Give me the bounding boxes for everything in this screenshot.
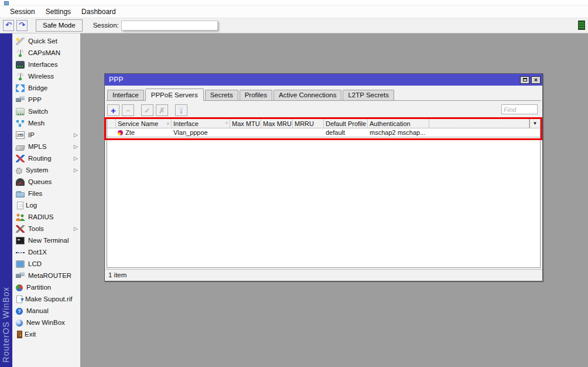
close-icon: × — [534, 77, 538, 83]
table-row[interactable]: Zte Vlan_pppoe default mschap2 mschap... — [107, 128, 540, 137]
sidebar-item-bridge[interactable]: Bridge — [13, 82, 80, 94]
ppp-toolbar: + − ✓ ✗ — [107, 103, 540, 117]
sidebar-item-manual[interactable]: ?Manual — [13, 305, 80, 317]
sidebar-item-dot1x[interactable]: Dot1X — [13, 246, 80, 258]
sidebar-item-routing[interactable]: Routing▷ — [13, 152, 80, 164]
sidebar-item-system[interactable]: System▷ — [13, 164, 80, 176]
column-header-mrru[interactable]: MRRU — [293, 119, 324, 128]
sidebar-item-wireless[interactable]: Wireless — [13, 70, 80, 82]
submenu-arrow-icon: ▷ — [74, 155, 78, 161]
sidebar-item-label: Log — [26, 202, 37, 209]
disable-button[interactable]: ✗ — [156, 104, 168, 116]
remove-button[interactable]: − — [122, 104, 134, 116]
column-label: Max MRU — [263, 120, 292, 127]
sidebar-item-label: CAPsMAN — [28, 49, 60, 56]
submenu-arrow-icon: ▷ — [74, 167, 78, 173]
cell-mrru — [293, 128, 324, 137]
sidebar-item-new-terminal[interactable]: New Terminal — [13, 235, 80, 246]
pppoe-service-icon — [118, 130, 123, 135]
undo-icon: ↶ — [5, 21, 12, 29]
sidebar-item-label: New Terminal — [28, 237, 69, 244]
maximize-button[interactable] — [520, 76, 529, 84]
lcd-monitor-icon — [16, 260, 25, 268]
metarouter-icon — [16, 272, 25, 280]
safe-mode-button[interactable]: Safe Mode — [36, 19, 83, 32]
exit-door-icon — [17, 331, 22, 338]
sidebar-item-label: Partition — [26, 284, 51, 291]
network-card-icon — [16, 61, 25, 69]
sidebar-item-files[interactable]: Files — [13, 188, 80, 199]
mesh-nodes-icon — [16, 120, 25, 127]
sidebar-item-label: LCD — [28, 260, 42, 267]
sidebar-item-label: MPLS — [28, 143, 46, 150]
close-button[interactable]: × — [531, 76, 541, 84]
sidebar-item-quick-set[interactable]: Quick Set — [13, 35, 80, 47]
sidebar-item-metarouter[interactable]: MetaROUTER — [13, 270, 80, 281]
tab-secrets[interactable]: Secrets — [205, 90, 238, 100]
sidebar-item-tools[interactable]: Tools▷ — [13, 223, 80, 235]
find-input[interactable] — [501, 104, 538, 114]
menu-settings[interactable]: Settings — [40, 6, 76, 17]
supout-file-icon — [16, 295, 22, 303]
sidebar-item-switch[interactable]: Switch — [13, 106, 80, 117]
enable-button[interactable]: ✓ — [141, 104, 153, 116]
sidebar-item-ppp[interactable]: PPP — [13, 94, 80, 106]
sort-desc-icon: ▿ — [166, 121, 170, 127]
cell-value: default — [326, 129, 345, 136]
window-title: PPP — [109, 76, 518, 84]
tab-pppoe-servers[interactable]: PPPoE Servers — [145, 89, 204, 101]
sidebar-item-radius[interactable]: RADIUS — [13, 211, 80, 223]
sidebar-item-interfaces[interactable]: Interfaces — [13, 59, 80, 70]
column-header-authentication[interactable]: Authentication — [368, 119, 429, 128]
gauge-icon — [16, 178, 25, 186]
redo-button[interactable]: ↷ — [16, 20, 28, 31]
submenu-arrow-icon: ▷ — [74, 226, 78, 232]
column-chooser-button[interactable]: ▼ — [529, 119, 540, 128]
submenu-arrow-icon: ▷ — [74, 144, 78, 149]
sidebar-item-mpls[interactable]: MPLS▷ — [13, 141, 80, 152]
sidebar-item-new-winbox[interactable]: New WinBox — [13, 317, 80, 328]
tab-interface[interactable]: Interface — [107, 90, 144, 100]
cell-service-name: Zte — [116, 128, 172, 137]
tab-profiles[interactable]: Profiles — [240, 90, 272, 100]
sidebar-item-make-supout[interactable]: Make Supout.rif — [13, 293, 80, 305]
item-count: 1 item — [108, 271, 127, 278]
add-button[interactable]: + — [107, 104, 119, 116]
dot1x-connector-icon — [16, 249, 25, 256]
sidebar-item-exit[interactable]: Exit — [13, 328, 80, 340]
pppoe-servers-table: Service Name▿ Interface▵ Max MTU Max MRU… — [107, 118, 541, 268]
column-header-max-mru[interactable]: Max MRU — [261, 119, 293, 128]
desktop-area: PPP × Interface PPPoE Servers Secrets Pr… — [80, 33, 588, 367]
sidebar-item-ip[interactable]: 255IP▷ — [13, 129, 80, 141]
undo-button[interactable]: ↶ — [3, 20, 14, 31]
menu-session[interactable]: Session — [5, 6, 40, 17]
sidebar-item-partition[interactable]: Partition — [13, 281, 80, 293]
ppp-window-titlebar[interactable]: PPP × — [105, 74, 542, 86]
sidebar-item-log[interactable]: Log — [13, 199, 80, 211]
column-header-default-profile[interactable]: Default Profile — [324, 119, 368, 128]
users-icon — [16, 213, 25, 221]
sidebar-item-capsman[interactable]: CAPsMAN — [13, 47, 80, 59]
sidebar-item-mesh[interactable]: Mesh — [13, 117, 80, 129]
sidebar: Quick Set CAPsMAN Interfaces Wireless Br… — [13, 33, 80, 367]
sidebar-item-label: Tools — [28, 225, 44, 232]
maximize-icon — [523, 78, 527, 81]
column-header-interface[interactable]: Interface▵ — [172, 119, 230, 128]
column-header-empty — [429, 119, 529, 128]
submenu-arrow-icon: ▷ — [74, 132, 78, 138]
column-header-max-mtu[interactable]: Max MTU — [230, 119, 261, 128]
log-document-icon — [17, 202, 23, 209]
bridge-arrows-icon — [16, 84, 25, 92]
cross-icon: ✗ — [159, 106, 165, 115]
filter-button[interactable] — [175, 104, 187, 116]
menu-dashboard[interactable]: Dashboard — [76, 6, 121, 17]
sidebar-item-queues[interactable]: Queues — [13, 176, 80, 188]
session-input[interactable] — [121, 21, 218, 30]
sidebar-item-lcd[interactable]: LCD — [13, 258, 80, 270]
cell-value: mschap2 mschap... — [370, 129, 425, 136]
tab-l2tp-secrets[interactable]: L2TP Secrets — [343, 90, 394, 100]
column-header-service-name[interactable]: Service Name▿ — [116, 119, 172, 128]
tab-active-connections[interactable]: Active Connections — [274, 90, 341, 100]
column-label: Default Profile — [326, 120, 366, 127]
ip-255-icon: 255 — [16, 131, 25, 139]
